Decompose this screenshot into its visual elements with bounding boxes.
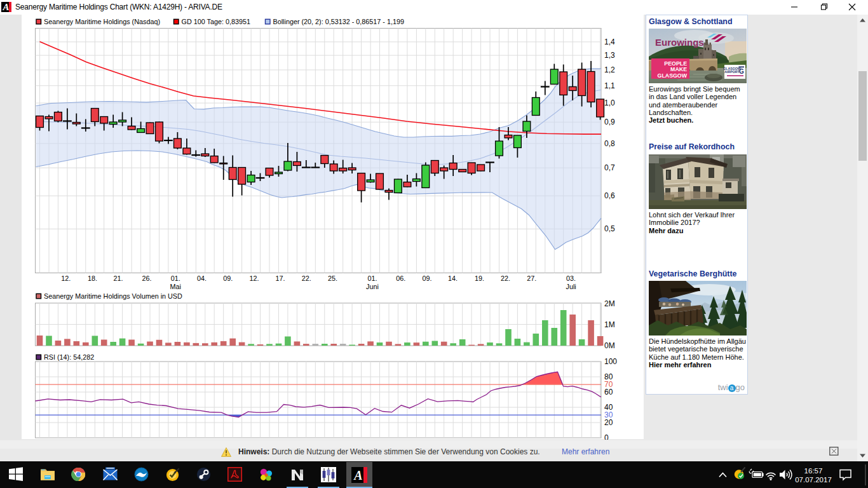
svg-text:1,4: 1,4 [604, 37, 615, 46]
svg-text:0,9: 0,9 [604, 118, 615, 126]
svg-text:1,3: 1,3 [604, 51, 615, 60]
svg-text:0,7: 0,7 [604, 163, 615, 172]
svg-text:19.: 19. [475, 274, 484, 282]
svg-text:PEOPLE: PEOPLE [664, 60, 687, 67]
svg-text:Eurowings: Eurowings [655, 37, 704, 48]
svg-text:1,1: 1,1 [604, 81, 615, 90]
svg-text:0,5: 0,5 [604, 224, 615, 233]
svg-text:0M: 0M [604, 341, 615, 350]
svg-text:26.: 26. [142, 274, 151, 282]
svg-text:20: 20 [604, 418, 613, 427]
svg-text:Bollinger (20, 2): 0,53132 - 0: Bollinger (20, 2): 0,53132 - 0,86517 - 1… [273, 18, 404, 25]
svg-text:G: G [739, 68, 744, 75]
svg-text:14.: 14. [448, 274, 458, 282]
svg-text:18.: 18. [88, 274, 97, 282]
svg-text:RSI (14): 54,282: RSI (14): 54,282 [44, 353, 94, 361]
svg-text:01.: 01. [367, 274, 377, 282]
svg-text:09.: 09. [223, 274, 233, 282]
svg-text:22.: 22. [302, 274, 311, 282]
svg-text:06.: 06. [396, 274, 405, 282]
svg-text:16:57: 16:57 [804, 467, 823, 475]
svg-text:AIRPORT: AIRPORT [724, 70, 740, 74]
svg-text:22.: 22. [501, 274, 510, 282]
svg-text:07.07.2017: 07.07.2017 [795, 476, 832, 484]
svg-text:03.: 03. [566, 274, 576, 282]
svg-text:12.: 12. [61, 274, 71, 282]
svg-text:MAKE: MAKE [670, 66, 687, 72]
svg-text:Mai: Mai [170, 283, 181, 290]
svg-text:25.: 25. [328, 274, 337, 282]
svg-text:100: 100 [604, 357, 617, 366]
svg-text:17.: 17. [276, 274, 285, 282]
svg-text:27.: 27. [527, 274, 536, 282]
svg-text:2M: 2M [604, 299, 615, 308]
svg-text:12.: 12. [249, 274, 259, 282]
svg-text:Seanergy Maritime Holdings (Na: Seanergy Maritime Holdings (Nasdaq) [44, 18, 160, 25]
svg-text:1M: 1M [604, 320, 615, 329]
svg-text:GLASGOW: GLASGOW [658, 72, 688, 79]
svg-text:1,0: 1,0 [604, 98, 615, 107]
svg-text:04.: 04. [197, 274, 207, 282]
svg-text:0,8: 0,8 [604, 139, 615, 148]
svg-text:Juni: Juni [366, 283, 379, 290]
svg-text:1,2: 1,2 [604, 65, 615, 74]
svg-text:21.: 21. [114, 274, 123, 282]
svg-text:0,6: 0,6 [604, 191, 615, 200]
svg-text:Juli: Juli [566, 283, 576, 290]
svg-text:09.: 09. [422, 274, 431, 282]
svg-text:Seanergy Maritime Holdings Vol: Seanergy Maritime Holdings Volumen in US… [44, 292, 182, 300]
svg-text:60: 60 [604, 388, 613, 396]
svg-text:GD 100 Tage: 0,83951: GD 100 Tage: 0,83951 [182, 18, 250, 25]
svg-text:0: 0 [604, 433, 609, 440]
svg-text:A: A [353, 468, 362, 482]
svg-text:01.: 01. [171, 274, 180, 282]
